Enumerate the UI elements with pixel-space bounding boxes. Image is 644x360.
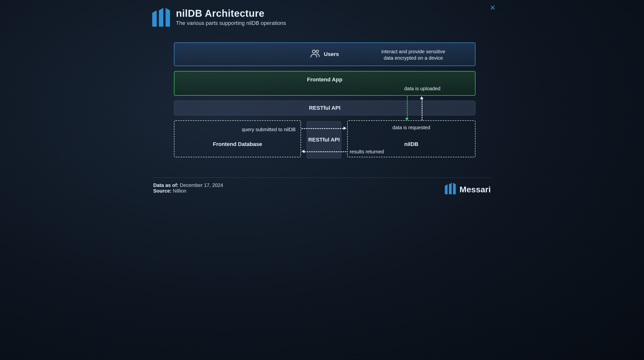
users-description: interact and provide sensitive data encr… xyxy=(379,48,448,61)
diagram-stage: ✕ nilDB Architecture The various parts s… xyxy=(142,0,502,202)
data-as-of-value: December 17, 2024 xyxy=(180,182,223,188)
header: nilDB Architecture The various parts sup… xyxy=(152,7,286,27)
arrow-results-returned xyxy=(304,151,346,152)
users-label: Users xyxy=(324,51,339,57)
messari-logo-icon xyxy=(445,182,456,196)
arrow-data-uploaded xyxy=(407,96,408,118)
messari-logo-icon xyxy=(152,7,170,27)
restful-api-bar: RESTful API xyxy=(174,101,476,115)
architecture-diagram: Users interact and provide sensitive dat… xyxy=(174,42,476,161)
footer: Data as of: December 17, 2024 Source: Ni… xyxy=(153,182,223,194)
data-uploaded-label: data is uploaded xyxy=(404,85,440,92)
source-label: Source: xyxy=(153,188,172,194)
nildb-label: nilDB xyxy=(348,141,475,147)
brand-label: Messari xyxy=(460,185,491,194)
users-box: Users interact and provide sensitive dat… xyxy=(174,42,476,66)
restful-api-box: RESTful API xyxy=(307,121,341,158)
source-value: Nillion xyxy=(173,188,186,194)
arrowhead-down-green-icon xyxy=(405,118,408,121)
svg-point-1 xyxy=(316,50,318,52)
footer-divider xyxy=(152,178,492,178)
page-title: nilDB Architecture xyxy=(176,8,286,19)
arrowhead-left-icon xyxy=(302,150,304,153)
query-submitted-label: query submitted to nilDB xyxy=(242,126,296,133)
arrow-query-to-nildb xyxy=(302,128,344,129)
brand: Messari xyxy=(445,182,491,196)
users-icon xyxy=(310,49,320,59)
arrow-data-requested-up xyxy=(422,99,422,120)
close-icon[interactable]: ✕ xyxy=(489,4,496,12)
frontend-database-label: Frontend Database xyxy=(174,141,300,147)
svg-point-0 xyxy=(312,50,315,53)
data-as-of-label: Data as of: xyxy=(153,182,178,188)
frontend-app-box: Frontend App data is uploaded xyxy=(174,71,476,96)
arrowhead-up-icon xyxy=(420,96,424,99)
frontend-app-label: Frontend App xyxy=(174,76,475,83)
data-requested-label: data is requested xyxy=(348,124,475,131)
arrowhead-right-icon xyxy=(344,126,346,130)
frontend-database-box: query submitted to nilDB Frontend Databa… xyxy=(174,120,301,157)
restful-api-bar-label: RESTful API xyxy=(309,105,340,111)
restful-api-box-label: RESTful API xyxy=(308,137,340,143)
page-subtitle: The various parts supporting nilDB opera… xyxy=(176,20,286,26)
results-returned-label: results returned xyxy=(350,149,384,155)
